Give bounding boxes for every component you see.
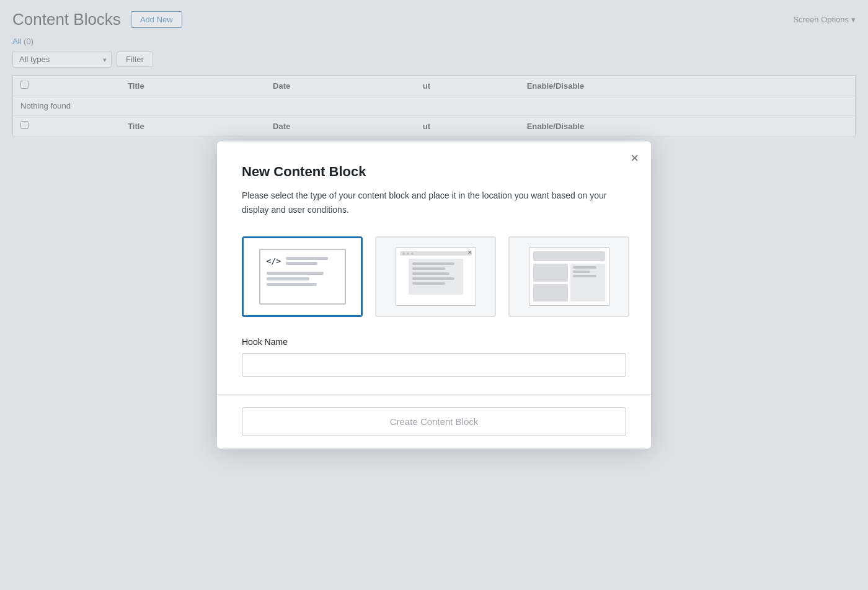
block-card-template[interactable]: Custom Template xyxy=(508,236,629,317)
code-top-line: </> xyxy=(267,256,339,266)
block-card-code[interactable]: </> xyxy=(242,236,363,317)
popup-bar xyxy=(400,251,472,256)
popup-dot-1 xyxy=(402,253,405,255)
popup-line-5 xyxy=(412,282,445,285)
tmpl-line-3 xyxy=(573,275,596,277)
popup-dot-3 xyxy=(411,253,414,255)
card-popup-illustration: ✕ xyxy=(376,238,495,316)
popup-line-1 xyxy=(412,262,454,265)
modal-title: New Content Block xyxy=(242,164,626,180)
popup-content-box xyxy=(409,259,463,295)
tmpl-line-1 xyxy=(573,266,596,269)
block-card-popup[interactable]: ✕ xyxy=(375,236,496,317)
block-type-row: </> xyxy=(242,236,626,317)
tmpl-header xyxy=(533,251,605,261)
code-line-4 xyxy=(267,277,310,280)
code-inner: </> xyxy=(259,249,346,305)
card-template-illustration xyxy=(510,238,628,316)
code-line-5 xyxy=(267,283,317,286)
tmpl-line-2 xyxy=(573,270,591,273)
popup-inner: ✕ xyxy=(396,247,476,306)
code-lines xyxy=(267,272,339,286)
code-line-2 xyxy=(286,262,317,265)
tmpl-bottom-left xyxy=(533,284,568,302)
close-button[interactable]: × xyxy=(631,151,639,165)
tmpl-sidebar xyxy=(533,264,568,282)
popup-line-3 xyxy=(412,272,450,275)
card-code-illustration: </> xyxy=(244,238,361,315)
template-inner xyxy=(529,247,609,306)
modal-overlay[interactable]: × New Content Block Please select the ty… xyxy=(0,0,868,590)
code-tag-icon: </> xyxy=(267,256,281,266)
modal-footer: Create Content Block xyxy=(217,394,651,449)
hook-name-label: Hook Name xyxy=(242,337,626,347)
tmpl-main xyxy=(570,264,605,302)
modal-description: Please select the type of your content b… xyxy=(242,189,626,217)
popup-dot-2 xyxy=(407,253,409,255)
code-line-1 xyxy=(286,257,328,260)
code-line-3 xyxy=(267,272,324,275)
hook-name-input[interactable] xyxy=(242,353,626,377)
modal-body: × New Content Block Please select the ty… xyxy=(217,141,651,394)
modal-dialog: × New Content Block Please select the ty… xyxy=(217,141,651,449)
create-content-block-button[interactable]: Create Content Block xyxy=(242,407,626,436)
popup-line-2 xyxy=(412,267,445,270)
popup-line-4 xyxy=(412,277,454,280)
popup-close-x-icon: ✕ xyxy=(467,249,472,256)
